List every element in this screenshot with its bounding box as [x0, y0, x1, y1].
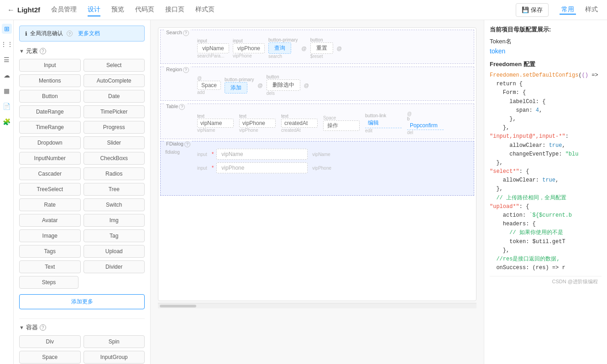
fdialog-help-icon[interactable]: ? — [184, 141, 190, 147]
left-icon-puzzle[interactable]: 🧩 — [2, 117, 12, 127]
comp-avatar[interactable]: Avatar — [19, 214, 81, 227]
comp-date[interactable]: Date — [84, 90, 145, 103]
left-icon-doc[interactable]: 📄 — [2, 101, 12, 111]
comp-input[interactable]: Input — [19, 59, 81, 72]
alert-help-icon[interactable]: ? — [67, 31, 73, 36]
comp-upload[interactable]: Upload — [84, 245, 145, 258]
space-add[interactable]: Space — [197, 81, 221, 90]
field-name-vipname[interactable]: vipName — [197, 43, 229, 53]
freedomen-config-title: Freedomen 配置 — [490, 60, 602, 68]
comp-progress[interactable]: Progress — [84, 121, 145, 134]
cont-div[interactable]: Div — [19, 335, 81, 348]
back-arrow-icon[interactable]: ← — [7, 6, 15, 14]
field-type-input1: input — [197, 38, 207, 43]
comp-dropdown[interactable]: Dropdown — [19, 136, 81, 149]
left-icon-grid[interactable]: ⋮⋮ — [2, 39, 12, 49]
app-logo[interactable]: ← Light2f — [7, 6, 40, 14]
comp-cascader[interactable]: Cascader — [19, 167, 81, 180]
dels-attr: dels — [267, 91, 275, 96]
fdialog-input-vipname[interactable]: vipName — [216, 149, 308, 160]
comp-button[interactable]: Button — [19, 90, 81, 103]
comp-inputnumber[interactable]: InputNumber — [19, 152, 81, 165]
region-help-icon[interactable]: ? — [183, 67, 189, 73]
search-help-icon[interactable]: ? — [183, 30, 189, 36]
elements-grid: Input Select Mentions AutoComplete Butto… — [19, 59, 145, 289]
fdialog-field-type-1: input — [197, 152, 207, 157]
fdialog-input-vipphone[interactable]: vipPhone — [216, 162, 308, 173]
containers-help-icon[interactable]: ? — [40, 324, 46, 331]
comp-treeselect[interactable]: TreeSelect — [19, 183, 81, 196]
code-line-19: }, — [490, 246, 602, 255]
comp-img[interactable]: Img — [84, 214, 145, 227]
add-btn[interactable]: 添加 — [225, 82, 247, 94]
add-more-button[interactable]: 添加更多 — [19, 294, 145, 309]
col-action-space[interactable]: 操作 — [323, 120, 360, 131]
field-type-btn: button — [310, 37, 323, 42]
nav-member[interactable]: 会员管理 — [51, 4, 77, 16]
comp-switch[interactable]: Switch — [84, 198, 145, 211]
fdialog-vipname-label: vipName — [312, 152, 330, 157]
cont-space[interactable]: Space — [19, 351, 81, 364]
left-icon-layers[interactable]: ☰ — [2, 55, 12, 65]
col-popconfirm-btn[interactable]: Popconfirm — [407, 121, 444, 130]
nav-preview[interactable]: 预览 — [111, 4, 124, 16]
comp-tree[interactable]: Tree — [84, 183, 145, 196]
comp-slider[interactable]: Slider — [84, 136, 145, 149]
fdialog-field-vipphone: input * vipPhone vipPhone — [197, 162, 468, 173]
containers-label: 容器 — [26, 323, 38, 332]
comp-checkboxs[interactable]: CheckBoxs — [84, 152, 145, 165]
left-icon-home[interactable]: ⊞ — [2, 24, 12, 34]
table-col-popconfirm: @ b Popconfirm del — [407, 111, 444, 135]
at-sign-2: @ — [337, 46, 342, 51]
delete-btn[interactable]: 删除选中 — [267, 79, 300, 91]
field-add-btn: button-primary 添加 — [225, 77, 254, 94]
fdialog-content: input * vipName vipName input * vipPhone — [166, 145, 468, 173]
sidebar: ℹ 全局消息确认 ? 更多文档 ▼ 元素 ? Input Select Ment… — [14, 20, 151, 364]
comp-tag[interactable]: Tag — [84, 229, 145, 242]
comp-rate[interactable]: Rate — [19, 198, 81, 211]
comp-select[interactable]: Select — [84, 59, 145, 72]
nav-style[interactable]: 样式页 — [195, 4, 215, 16]
field-type-input2: input — [233, 38, 243, 43]
comp-autocomplete[interactable]: AutoComplete — [84, 74, 145, 87]
left-icon-table[interactable]: ▦ — [2, 86, 12, 96]
elements-section-header[interactable]: ▼ 元素 ? — [19, 47, 145, 55]
region-row-content: @ Space add button-primary 添加 @ button 删… — [166, 72, 468, 96]
canvas-scrollbar[interactable] — [158, 303, 476, 308]
code-line-comment3: //res是接口返回的数据, — [490, 255, 602, 264]
search-btn[interactable]: 查询 — [268, 42, 291, 54]
alert-link[interactable]: 更多文档 — [78, 30, 100, 37]
containers-section-header[interactable]: ▼ 容器 ? — [19, 323, 145, 332]
tab-style[interactable]: 样式 — [583, 5, 600, 15]
tab-common[interactable]: 常用 — [560, 5, 576, 15]
cont-inputgroup[interactable]: InputGroup — [84, 351, 145, 364]
elements-label: 元素 — [26, 47, 38, 55]
comp-divider[interactable]: Divider — [84, 260, 145, 273]
comp-steps[interactable]: Steps — [19, 276, 78, 289]
elements-help-icon[interactable]: ? — [40, 48, 46, 54]
left-icon-cloud[interactable]: ☁ — [2, 70, 12, 80]
nav-code[interactable]: 代码页 — [135, 4, 154, 16]
save-button[interactable]: 💾 保存 — [516, 3, 549, 17]
comp-timerange[interactable]: TimeRange — [19, 121, 81, 134]
table-row: Table? text vipName vipName text vipPhon… — [160, 104, 474, 139]
field-name-vipphone[interactable]: vipPhone — [233, 43, 265, 53]
col-edit-btn[interactable]: 编辑 — [365, 118, 402, 128]
cont-spin[interactable]: Spin — [84, 335, 145, 348]
comp-mentions[interactable]: Mentions — [19, 74, 81, 87]
col-vipphone[interactable]: vipPhone — [239, 119, 276, 128]
comp-radios[interactable]: Radios — [84, 167, 145, 180]
comp-tags[interactable]: Tags — [19, 245, 81, 258]
col-vipname-sub: vipName — [197, 128, 234, 133]
table-help-icon[interactable]: ? — [179, 104, 185, 110]
col-vipname[interactable]: vipName — [197, 119, 234, 128]
col-createdat[interactable]: createdAt — [281, 119, 318, 128]
comp-timepicker[interactable]: TimePicker — [84, 105, 145, 118]
comp-image[interactable]: Image — [19, 229, 81, 242]
at-sign-3: @ — [258, 83, 263, 88]
reset-btn[interactable]: 重置 — [310, 42, 333, 54]
nav-design[interactable]: 设计 — [88, 4, 100, 16]
comp-daterange[interactable]: DateRange — [19, 105, 81, 118]
nav-api[interactable]: 接口页 — [165, 4, 184, 16]
comp-text[interactable]: Text — [19, 260, 81, 273]
